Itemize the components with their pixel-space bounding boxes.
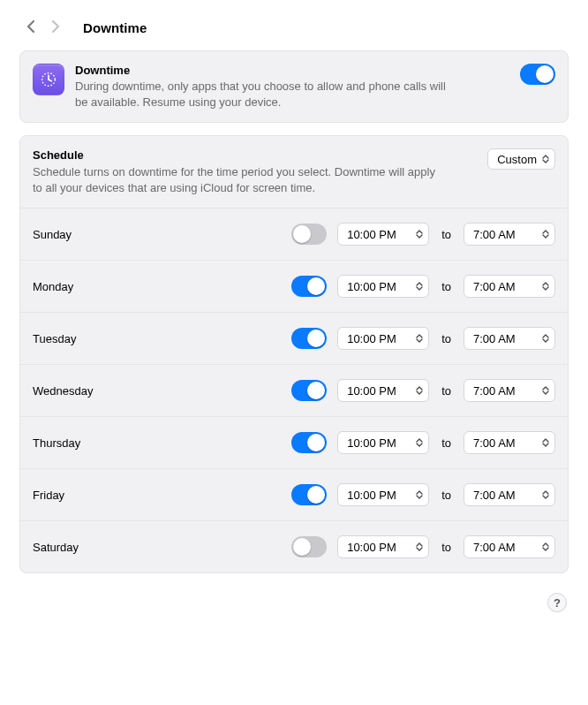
updown-icon (540, 386, 551, 395)
day-toggle[interactable] (291, 536, 327, 557)
to-label: to (440, 228, 453, 241)
to-label: to (440, 384, 453, 398)
updown-icon (414, 386, 425, 395)
day-toggle[interactable] (291, 328, 327, 349)
to-time-stepper[interactable]: 7:00 AM (464, 431, 555, 454)
schedule-row: Thursday10:00 PMto7:00 AM (20, 417, 568, 469)
to-time-value: 7:00 AM (473, 489, 516, 502)
day-toggle[interactable] (291, 276, 327, 297)
day-toggle[interactable] (291, 432, 327, 453)
day-label: Sunday (33, 228, 281, 241)
schedule-panel: Schedule Schedule turns on downtime for … (19, 135, 569, 573)
updown-icon (414, 282, 425, 291)
back-button[interactable] (25, 18, 37, 38)
from-time-value: 10:00 PM (347, 541, 396, 554)
updown-icon (540, 490, 551, 499)
updown-icon (414, 230, 425, 239)
updown-icon (540, 542, 551, 551)
from-time-stepper[interactable]: 10:00 PM (337, 223, 429, 246)
from-time-stepper[interactable]: 10:00 PM (337, 431, 429, 454)
to-label: to (440, 436, 453, 450)
from-time-value: 10:00 PM (347, 489, 396, 502)
schedule-row: Wednesday10:00 PMto7:00 AM (20, 365, 568, 417)
day-label: Thursday (33, 436, 281, 450)
schedule-mode-value: Custom (497, 153, 537, 166)
day-toggle[interactable] (291, 380, 327, 401)
page-title: Downtime (83, 20, 147, 35)
to-time-value: 7:00 AM (473, 541, 516, 554)
day-label: Saturday (33, 541, 281, 554)
updown-icon (540, 438, 551, 447)
to-time-stepper[interactable]: 7:00 AM (464, 379, 555, 402)
to-time-stepper[interactable]: 7:00 AM (464, 327, 555, 350)
from-time-stepper[interactable]: 10:00 PM (337, 535, 429, 558)
schedule-rows: Sunday10:00 PMto7:00 AMMonday10:00 PMto7… (20, 208, 568, 572)
nav-bar: Downtime (19, 16, 569, 50)
updown-icon (540, 334, 551, 343)
to-time-value: 7:00 AM (473, 228, 516, 241)
updown-icon (414, 490, 425, 499)
day-label: Monday (33, 280, 281, 293)
schedule-row: Sunday10:00 PMto7:00 AM (20, 208, 568, 261)
day-label: Tuesday (33, 332, 281, 345)
schedule-desc: Schedule turns on downtime for the time … (33, 164, 439, 195)
from-time-stepper[interactable]: 10:00 PM (337, 379, 429, 402)
from-time-stepper[interactable]: 10:00 PM (337, 275, 429, 298)
from-time-stepper[interactable]: 10:00 PM (337, 483, 429, 506)
day-toggle[interactable] (291, 484, 327, 505)
to-label: to (440, 489, 453, 502)
from-time-value: 10:00 PM (347, 384, 396, 398)
updown-icon (540, 282, 551, 291)
schedule-row: Friday10:00 PMto7:00 AM (20, 469, 568, 521)
from-time-stepper[interactable]: 10:00 PM (337, 327, 429, 350)
from-time-value: 10:00 PM (347, 228, 396, 241)
to-label: to (440, 541, 453, 554)
updown-icon (414, 542, 425, 551)
updown-icon (414, 438, 425, 447)
to-label: to (440, 280, 453, 293)
downtime-icon (33, 64, 64, 95)
to-time-value: 7:00 AM (473, 384, 516, 398)
to-label: to (440, 332, 453, 345)
screentime-downtime-pane: Downtime Downtime During downtime, only … (0, 0, 588, 635)
updown-icon (540, 155, 551, 163)
to-time-stepper[interactable]: 7:00 AM (464, 275, 555, 298)
schedule-title: Schedule (33, 148, 477, 162)
to-time-stepper[interactable]: 7:00 AM (464, 535, 555, 558)
downtime-master-toggle[interactable] (520, 64, 555, 85)
hero-title: Downtime (75, 64, 509, 77)
to-time-value: 7:00 AM (473, 436, 516, 450)
day-label: Wednesday (33, 384, 281, 398)
from-time-value: 10:00 PM (347, 436, 396, 450)
schedule-row: Saturday10:00 PMto7:00 AM (20, 521, 568, 572)
updown-icon (540, 230, 551, 239)
hero-desc: During downtime, only apps that you choo… (75, 79, 455, 110)
schedule-row: Monday10:00 PMto7:00 AM (20, 261, 568, 313)
to-time-stepper[interactable]: 7:00 AM (464, 483, 555, 506)
downtime-hero-panel: Downtime During downtime, only apps that… (19, 50, 569, 123)
from-time-value: 10:00 PM (347, 332, 396, 345)
help-button[interactable]: ? (547, 593, 567, 612)
schedule-row: Tuesday10:00 PMto7:00 AM (20, 313, 568, 365)
to-time-stepper[interactable]: 7:00 AM (464, 223, 555, 246)
forward-button[interactable] (49, 18, 62, 38)
from-time-value: 10:00 PM (347, 280, 396, 293)
updown-icon (414, 334, 425, 343)
schedule-mode-select[interactable]: Custom (487, 148, 555, 170)
day-toggle[interactable] (291, 224, 327, 245)
to-time-value: 7:00 AM (473, 280, 516, 293)
day-label: Friday (33, 489, 281, 502)
to-time-value: 7:00 AM (473, 332, 516, 345)
